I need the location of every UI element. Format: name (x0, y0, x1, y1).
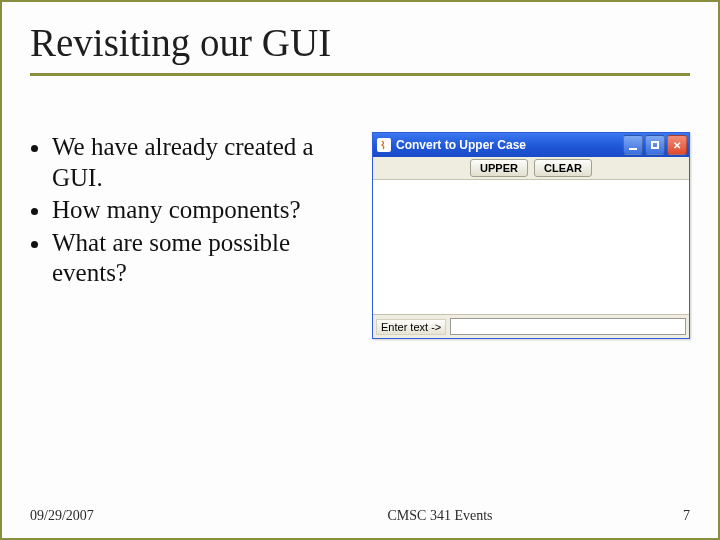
client-area (373, 180, 689, 315)
footer-course: CMSC 341 Events (230, 508, 650, 524)
footer: 09/29/2007 CMSC 341 Events 7 (2, 508, 718, 524)
minimize-button[interactable] (623, 135, 643, 155)
title-container: Revisiting our GUI (30, 20, 690, 76)
slide: Revisiting our GUI We have already creat… (0, 0, 720, 540)
maximize-button[interactable] (645, 135, 665, 155)
window-column: Convert to Upper Case ✕ UPPER CLEAR Ente… (362, 132, 690, 339)
upper-button[interactable]: UPPER (470, 159, 528, 177)
footer-page: 7 (650, 508, 690, 524)
slide-title: Revisiting our GUI (30, 20, 690, 65)
body-row: We have already created a GUI. How many … (30, 132, 690, 339)
text-input[interactable] (450, 318, 686, 335)
titlebar[interactable]: Convert to Upper Case ✕ (373, 133, 689, 157)
bullet-item: What are some possible events? (52, 228, 350, 289)
toolbar: UPPER CLEAR (373, 157, 689, 180)
app-window: Convert to Upper Case ✕ UPPER CLEAR Ente… (372, 132, 690, 339)
input-row: Enter text -> (373, 315, 689, 338)
bullet-item: We have already created a GUI. (52, 132, 350, 193)
java-icon (377, 138, 391, 152)
footer-date: 09/29/2007 (30, 508, 230, 524)
input-label: Enter text -> (376, 319, 446, 335)
window-title: Convert to Upper Case (396, 138, 621, 152)
bullet-list: We have already created a GUI. How many … (30, 132, 350, 339)
bullet-item: How many components? (52, 195, 350, 226)
clear-button[interactable]: CLEAR (534, 159, 592, 177)
close-button[interactable]: ✕ (667, 135, 687, 155)
